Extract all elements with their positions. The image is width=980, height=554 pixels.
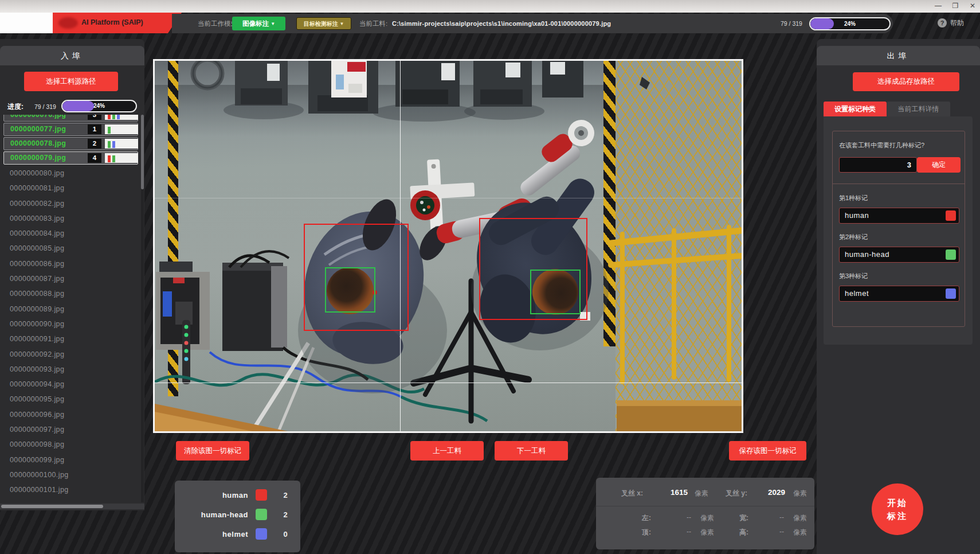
help-button[interactable]: ?帮助 bbox=[938, 18, 964, 28]
current-file-path: C:\simmir-projects\saip\projects\s1\inco… bbox=[392, 20, 611, 27]
legend-row: helmet0 bbox=[175, 526, 300, 545]
file-name: 0000000085.jpg bbox=[10, 244, 64, 252]
file-row[interactable]: 00000000101.jpg bbox=[0, 482, 141, 497]
file-name: 00000000101.jpg bbox=[10, 486, 69, 494]
unit-label: 像素 bbox=[700, 513, 714, 523]
label-field-group: 第2种标记human-head bbox=[839, 233, 959, 263]
legend-color-swatch bbox=[256, 528, 267, 540]
file-row[interactable]: 0000000098.jpg bbox=[0, 437, 141, 452]
file-name: 0000000097.jpg bbox=[10, 426, 64, 434]
file-name: 0000000091.jpg bbox=[10, 335, 64, 343]
unit-label: 像素 bbox=[793, 489, 807, 498]
file-row[interactable]: 0000000081.jpg bbox=[0, 181, 141, 196]
label-name-value: helmet bbox=[845, 289, 869, 298]
label-color-swatch[interactable] bbox=[946, 210, 956, 221]
progress-percent: 24% bbox=[810, 18, 889, 29]
bbox-human-head[interactable] bbox=[530, 270, 581, 314]
file-row[interactable]: 0000000080.jpg bbox=[0, 166, 141, 181]
file-row[interactable]: 0000000083.jpg bbox=[0, 211, 141, 226]
window-close-button[interactable]: ✕ bbox=[965, 1, 980, 11]
select-source-path-button[interactable]: 选择工料源路径 bbox=[24, 72, 118, 91]
file-row[interactable]: 0000000094.jpg bbox=[0, 377, 141, 392]
file-row[interactable]: 0000000086.jpg bbox=[0, 256, 141, 271]
file-row[interactable]: 0000000089.jpg bbox=[0, 302, 141, 317]
file-row[interactable]: 0000000097.jpg bbox=[0, 422, 141, 437]
file-name: 0000000083.jpg bbox=[10, 214, 64, 223]
help-icon: ? bbox=[938, 18, 947, 28]
file-name: 0000000084.jpg bbox=[10, 229, 64, 237]
crosshair-y-label: 叉丝 y: bbox=[726, 489, 747, 498]
mode-primary-label: 图像标注 bbox=[242, 20, 269, 27]
file-row[interactable]: 0000000095.jpg bbox=[0, 392, 141, 407]
file-list: 0000000076.jpg30000000077.jpg10000000078… bbox=[0, 115, 141, 502]
file-row[interactable]: 0000000087.jpg bbox=[0, 271, 141, 286]
legend-label: human-head bbox=[175, 510, 248, 519]
select-output-path-button[interactable]: 选择成品存放路径 bbox=[853, 72, 959, 91]
file-row[interactable]: 00000000100.jpg bbox=[0, 467, 141, 482]
label-count-input[interactable]: 3 bbox=[839, 157, 917, 173]
file-name: 0000000079.jpg bbox=[10, 154, 66, 162]
chevron-down-icon: ▼ bbox=[339, 21, 344, 26]
file-row[interactable]: 0000000085.jpg bbox=[0, 241, 141, 256]
next-file-button[interactable]: 下一工料 bbox=[495, 441, 568, 461]
file-name: 0000000081.jpg bbox=[10, 184, 64, 192]
label-name-input[interactable]: human-head bbox=[839, 247, 959, 263]
coordinates-panel: 叉丝 x: 1615 像素 叉丝 y: 2029 像素 左: -- 像素 宽: … bbox=[596, 478, 814, 549]
file-row[interactable]: 0000000084.jpg bbox=[0, 226, 141, 241]
crosshair-x-label: 叉丝 x: bbox=[621, 489, 643, 498]
save-annotations-button[interactable]: 保存该图一切标记 bbox=[729, 441, 806, 461]
header-progress-bar: 24% bbox=[809, 17, 891, 30]
file-name: 0000000096.jpg bbox=[10, 411, 64, 419]
file-row[interactable]: 0000000090.jpg bbox=[0, 317, 141, 331]
file-count-badge: 4 bbox=[88, 153, 101, 163]
file-name: 0000000087.jpg bbox=[10, 275, 64, 283]
progress-label: 进度: bbox=[7, 102, 23, 112]
file-row[interactable]: 0000000077.jpg1 bbox=[3, 123, 138, 136]
file-mini-chart bbox=[105, 153, 138, 163]
label-name-input[interactable]: human bbox=[839, 208, 959, 224]
workshop-photo[interactable] bbox=[155, 61, 742, 431]
tab-set-label-types[interactable]: 设置标记种类 bbox=[824, 102, 887, 116]
scrollbar-thumb[interactable] bbox=[1, 505, 103, 508]
file-row[interactable]: 0000000096.jpg bbox=[0, 407, 141, 422]
file-name: 00000000100.jpg bbox=[10, 471, 69, 479]
label-color-swatch[interactable] bbox=[946, 288, 956, 299]
crosshair-horizontal-line bbox=[155, 383, 742, 383]
file-row[interactable]: 0000000082.jpg bbox=[0, 196, 141, 211]
floor-seam-line bbox=[155, 198, 742, 198]
clear-annotations-button[interactable]: 清除该图一切标记 bbox=[176, 441, 249, 461]
previous-file-button[interactable]: 上一工料 bbox=[410, 441, 484, 461]
legend-row: human-head2 bbox=[175, 506, 300, 526]
logo-area bbox=[0, 13, 54, 33]
file-row[interactable]: 0000000093.jpg bbox=[0, 362, 141, 377]
file-row[interactable]: 0000000079.jpg4 bbox=[3, 151, 138, 165]
label-color-swatch[interactable] bbox=[946, 249, 956, 260]
file-row[interactable]: 0000000078.jpg2 bbox=[3, 137, 138, 150]
legend-panel: human2human-head2helmet0 bbox=[175, 481, 300, 552]
chart-bar bbox=[108, 141, 111, 148]
file-row[interactable]: 0000000076.jpg3 bbox=[3, 115, 138, 122]
start-annotation-button[interactable]: 开始 标注 bbox=[872, 483, 923, 535]
window-minimize-button[interactable]: — bbox=[931, 1, 946, 11]
file-row[interactable]: 0000000092.jpg bbox=[0, 347, 141, 362]
tab-current-file-details[interactable]: 当前工料详情 bbox=[887, 102, 950, 116]
window-maximize-button[interactable]: ❐ bbox=[948, 1, 963, 11]
scrollbar-thumb[interactable] bbox=[141, 115, 144, 189]
file-list-scrollbar-horizontal[interactable] bbox=[0, 504, 144, 509]
box-width-value: -- bbox=[779, 513, 784, 521]
start-button-line1: 开始 bbox=[872, 497, 923, 510]
confirm-button[interactable]: 确定 bbox=[917, 157, 961, 173]
box-height-value: -- bbox=[779, 528, 784, 536]
label-name-input[interactable]: helmet bbox=[839, 286, 959, 302]
mode-secondary-dropdown[interactable]: 目标检测标注 ▼ bbox=[296, 17, 351, 30]
file-row[interactable]: 0000000099.jpg bbox=[0, 452, 141, 467]
file-list-scrollbar-vertical[interactable] bbox=[141, 115, 144, 502]
file-mini-chart bbox=[105, 124, 138, 134]
help-label: 帮助 bbox=[950, 19, 964, 27]
unit-label: 像素 bbox=[793, 513, 807, 523]
file-row[interactable]: 0000000088.jpg bbox=[0, 286, 141, 301]
file-count-badge: 3 bbox=[88, 115, 101, 120]
bbox-human-head[interactable] bbox=[325, 267, 375, 313]
mode-primary-dropdown[interactable]: 图像标注 ▼ bbox=[232, 17, 285, 30]
file-row[interactable]: 0000000091.jpg bbox=[0, 331, 141, 346]
